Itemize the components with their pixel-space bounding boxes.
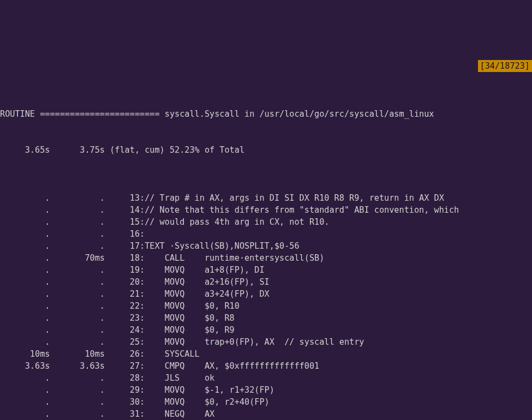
source-line-text: 3.63s 3.63s 27: CMPQ AX, $0xffffffffffff… [0, 360, 319, 372]
source-line: . . 13:// Trap # in AX, args in DI SI DX… [0, 192, 532, 204]
totals-line: 3.65s 3.75s (flat, cum) 52.23% of Total [0, 144, 532, 156]
source-line: . . 22: MOVQ $0, R10 [0, 300, 532, 312]
status-value: 34/18723 [485, 61, 525, 71]
totals-text: 3.65s 3.75s (flat, cum) 52.23% of Total [0, 144, 244, 156]
source-listing: . . 13:// Trap # in AX, args in DI SI DX… [0, 192, 532, 420]
status-close-bracket: ] [525, 61, 530, 71]
source-line-text: . . 22: MOVQ $0, R10 [0, 300, 240, 312]
routine-header-line: ROUTINE ======================== syscall… [0, 108, 532, 120]
source-line-text: . . 24: MOVQ $0, R9 [0, 324, 235, 336]
status-open-bracket: [ [480, 61, 485, 71]
source-line: . . 21: MOVQ a3+24(FP), DX [0, 288, 532, 300]
source-line-text: . . 13:// Trap # in AX, args in DI SI DX… [0, 192, 444, 204]
source-line-text: . . 30: MOVQ $0, r2+40(FP) [0, 396, 270, 408]
source-line-text: . . 31: NEGQ AX [0, 408, 214, 420]
pager-status-badge: [34/18723] [478, 60, 532, 72]
source-line: . . 25: MOVQ trap+0(FP), AX // syscall e… [0, 336, 532, 348]
source-line-text: . . 21: MOVQ a3+24(FP), DX [0, 288, 270, 300]
source-line-text: . 70ms 18: CALL runtime·entersyscall(SB) [0, 252, 324, 264]
source-line: . . 31: NEGQ AX [0, 408, 532, 420]
source-line: . . 30: MOVQ $0, r2+40(FP) [0, 396, 532, 408]
source-line: 10ms 10ms 26: SYSCALL [0, 348, 532, 360]
source-line: . . 23: MOVQ $0, R8 [0, 312, 532, 324]
routine-header-text: ROUTINE ======================== syscall… [0, 108, 434, 120]
source-line: . . 16: [0, 228, 532, 240]
source-line-text: . . 14:// Note that this differs from "s… [0, 204, 459, 216]
source-line: . . 15:// would pass 4th arg in CX, not … [0, 216, 532, 228]
source-line-text: . . 29: MOVQ $-1, r1+32(FP) [0, 384, 274, 396]
source-line-text: . . 20: MOVQ a2+16(FP), SI [0, 276, 270, 288]
source-line: . . 17:TEXT ·Syscall(SB),NOSPLIT,$0-56 [0, 240, 532, 252]
source-line: . . 28: JLS ok [0, 372, 532, 384]
source-line-text: 10ms 10ms 26: SYSCALL [0, 348, 200, 360]
source-line-text: . . 19: MOVQ a1+8(FP), DI [0, 264, 265, 276]
source-line: . . 14:// Note that this differs from "s… [0, 204, 532, 216]
source-line: 3.63s 3.63s 27: CMPQ AX, $0xffffffffffff… [0, 360, 532, 372]
terminal-viewport[interactable]: [34/18723] ROUTINE =====================… [0, 60, 532, 420]
source-line-text: . . 17:TEXT ·Syscall(SB),NOSPLIT,$0-56 [0, 240, 300, 252]
source-line-text: . . 23: MOVQ $0, R8 [0, 312, 235, 324]
source-line: . . 19: MOVQ a1+8(FP), DI [0, 264, 532, 276]
source-line: . 70ms 18: CALL runtime·entersyscall(SB) [0, 252, 532, 264]
source-line-text: . . 15:// would pass 4th arg in CX, not … [0, 216, 329, 228]
source-line: . . 24: MOVQ $0, R9 [0, 324, 532, 336]
source-line-text: . . 25: MOVQ trap+0(FP), AX // syscall e… [0, 336, 364, 348]
source-line-text: . . 16: [0, 228, 145, 240]
source-line: . . 20: MOVQ a2+16(FP), SI [0, 276, 532, 288]
source-line-text: . . 28: JLS ok [0, 372, 214, 384]
source-line: . . 29: MOVQ $-1, r1+32(FP) [0, 384, 532, 396]
